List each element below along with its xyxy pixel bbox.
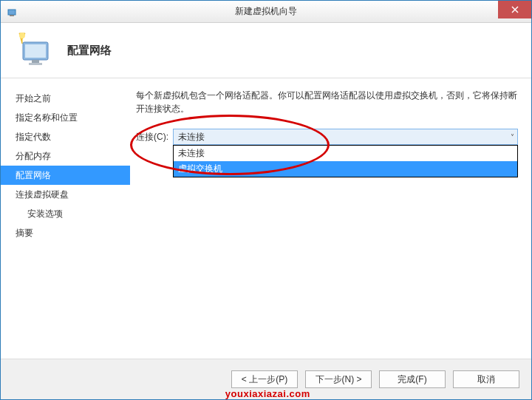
content-area: 开始之前 指定名称和位置 指定代数 分配内存 配置网络 连接虚拟硬盘 安装选项 … — [1, 78, 531, 359]
sidebar-item-generation[interactable]: 指定代数 — [1, 127, 130, 146]
cancel-button[interactable]: 取消 — [453, 370, 519, 388]
svg-rect-6 — [32, 60, 39, 63]
connection-selected-value: 未连接 — [178, 131, 205, 143]
wizard-steps-sidebar: 开始之前 指定名称和位置 指定代数 分配内存 配置网络 连接虚拟硬盘 安装选项 … — [1, 78, 130, 359]
svg-rect-5 — [25, 44, 46, 58]
connection-select[interactable]: 未连接 ˅ — [173, 129, 518, 145]
finish-button[interactable]: 完成(F) — [379, 370, 446, 388]
wizard-footer: < 上一步(P) 下一步(N) > 完成(F) 取消 — [1, 359, 531, 399]
next-button[interactable]: 下一步(N) > — [305, 370, 372, 388]
titlebar: 新建虚拟机向导 — [1, 1, 531, 23]
dropdown-option-not-connected[interactable]: 未连接 — [174, 146, 517, 161]
dropdown-option-virtual-switch[interactable]: 虚拟交换机 — [174, 161, 517, 177]
close-icon — [511, 6, 519, 13]
monitor-icon — [16, 32, 52, 69]
main-panel: 每个新虚拟机包含一个网络适配器。你可以配置网络适配器以使用虚拟交换机，否则，它将… — [130, 78, 531, 359]
window-title: 新建虚拟机向导 — [1, 5, 531, 18]
svg-rect-7 — [29, 63, 42, 65]
connection-select-wrap: 未连接 ˅ 未连接 虚拟交换机 — [173, 129, 518, 145]
wizard-window: 新建虚拟机向导 配置网络 开始之前 指定名称和位置 指定代数 分配内存 配置网络… — [0, 0, 532, 400]
connection-label: 连接(C): — [136, 129, 168, 143]
connection-dropdown: 未连接 虚拟交换机 — [173, 145, 518, 177]
chevron-down-icon: ˅ — [511, 133, 514, 141]
wizard-header: 配置网络 — [1, 23, 531, 78]
svg-point-3 — [19, 33, 25, 38]
sidebar-item-install-options[interactable]: 安装选项 — [1, 204, 130, 223]
sidebar-item-network[interactable]: 配置网络 — [1, 166, 130, 185]
sidebar-item-name-location[interactable]: 指定名称和位置 — [1, 108, 130, 127]
sidebar-item-before-begin[interactable]: 开始之前 — [1, 89, 130, 108]
step-description: 每个新虚拟机包含一个网络适配器。你可以配置网络适配器以使用虚拟交换机，否则，它将… — [136, 89, 518, 115]
sidebar-item-memory[interactable]: 分配内存 — [1, 146, 130, 166]
previous-button[interactable]: < 上一步(P) — [231, 370, 298, 388]
close-button[interactable] — [498, 1, 531, 18]
sidebar-item-virtual-disk[interactable]: 连接虚拟硬盘 — [1, 185, 130, 204]
sidebar-item-summary[interactable]: 摘要 — [1, 223, 130, 243]
connection-field-row: 连接(C): 未连接 ˅ 未连接 虚拟交换机 — [136, 129, 518, 145]
page-title: 配置网络 — [67, 44, 112, 58]
